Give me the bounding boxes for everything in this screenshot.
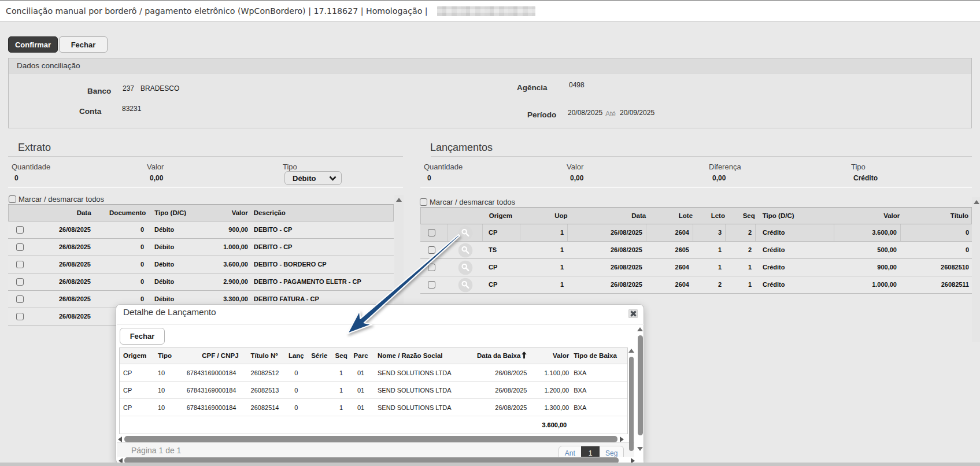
modal-table-header: OrigemTipoCPF / CNPJTítulo NºLançSérieSe… (120, 348, 627, 364)
column-header[interactable]: Valor (532, 348, 570, 364)
extrato-marcar-label: Marcar / desmarcar todos (19, 195, 104, 204)
row-checkbox[interactable] (428, 281, 435, 289)
column-header[interactable]: CPF / CNPJ (187, 348, 245, 364)
table-cell: 26/08/2025 (568, 242, 646, 258)
modal-table-vscrollbar[interactable] (628, 347, 635, 464)
modal-vscroll-thumb[interactable] (638, 335, 643, 435)
table-cell: 26082513 (245, 382, 286, 398)
row-checkbox[interactable] (16, 278, 24, 286)
column-header[interactable]: Valor (834, 208, 901, 224)
column-header[interactable]: Data (568, 208, 647, 224)
row-detail-lens-button[interactable] (458, 243, 473, 258)
lanc-select-all-checkbox[interactable] (420, 198, 427, 206)
table-row[interactable]: 26/08/20250Débito3.600,00DEBITO - BORDER… (8, 256, 394, 273)
magnifier-icon (458, 225, 473, 241)
column-header[interactable]: Nome / Razão Social (371, 348, 463, 364)
column-header[interactable]: Data (35, 205, 97, 221)
lancamentos-section-title: Lançamentos (430, 142, 493, 154)
table-cell: DEBITO - CP (250, 239, 394, 256)
table-row[interactable]: TS126/08/2025260512Crédito500,000 (420, 242, 972, 259)
modal-table-vscroll-up-icon[interactable] (628, 349, 634, 353)
table-cell: 1.300,00 (532, 399, 570, 416)
row-detail-lens-button[interactable] (458, 278, 473, 293)
extrato-select-all-checkbox[interactable] (9, 195, 16, 203)
browser-horizontal-scrollbar[interactable] (0, 463, 980, 466)
total-row-spacer-cell (351, 416, 371, 434)
table-row[interactable]: 26/08/20250Débito900,00DEBITO - CP (8, 221, 394, 239)
banco-code-value: 237 (123, 84, 134, 93)
modal-table-hscroll-thumb[interactable] (124, 436, 617, 442)
column-header[interactable]: Lcto (693, 208, 726, 224)
column-header[interactable]: Documento (97, 205, 149, 221)
column-header[interactable]: Parc (351, 348, 371, 364)
table-cell: 2604 (646, 276, 693, 293)
row-checkbox[interactable] (16, 261, 24, 268)
modal-vscrollbar[interactable] (637, 326, 644, 451)
row-checkbox[interactable] (428, 229, 435, 236)
table-cell: 26082512 (245, 364, 286, 381)
column-header[interactable]: Lote (646, 208, 693, 224)
table-cell: 0 (97, 273, 149, 290)
close-button[interactable]: Fechar (59, 36, 108, 53)
column-header[interactable]: Título Nº (245, 348, 286, 364)
column-header[interactable]: Tipo (D/C) (149, 205, 214, 221)
conta-label: Conta (79, 107, 101, 116)
table-cell: 0 (901, 224, 972, 241)
confirm-button[interactable]: Confirmar (8, 36, 58, 53)
row-checkbox[interactable] (16, 226, 24, 234)
extrato-scroll-up-icon[interactable] (396, 198, 402, 202)
modal-fechar-button[interactable]: Fechar (120, 328, 165, 345)
magnifier-icon (458, 278, 473, 293)
table-cell: 3.600,00 (834, 224, 901, 241)
row-checkbox[interactable] (16, 313, 24, 320)
column-header[interactable]: Valor (214, 205, 250, 221)
table-cell: 26/08/2025 (568, 224, 646, 241)
column-header[interactable]: Tipo (D/C) (756, 208, 834, 224)
table-cell: Débito (149, 273, 214, 290)
row-detail-lens-button[interactable] (458, 225, 473, 241)
table-row[interactable]: CP1067843169000184260825120101SEND SOLUT… (120, 364, 627, 382)
table-cell: BXA (570, 364, 627, 381)
table-row[interactable]: CP1067843169000184260825140101SEND SOLUT… (120, 399, 627, 416)
table-cell: DEBITO - BORDERO CP (250, 256, 394, 273)
column-header[interactable]: Origem (120, 348, 152, 364)
row-checkbox[interactable] (16, 243, 24, 251)
sort-asc-icon: ↑ (522, 352, 527, 358)
agencia-value: 0498 (569, 81, 585, 89)
column-header[interactable]: Uop (521, 208, 568, 224)
modal-table-hscroll-left-icon[interactable] (118, 437, 122, 442)
column-header[interactable]: Tipo de Baixa (570, 348, 627, 364)
row-checkbox[interactable] (428, 246, 435, 254)
lancamentos-scroll-up-icon[interactable] (974, 200, 979, 204)
table-row[interactable]: 26/08/20250Débito1.000,00DEBITO - CP (8, 239, 394, 256)
table-row[interactable]: CP1067843169000184260825130101SEND SOLUT… (120, 382, 627, 399)
row-checkbox[interactable] (428, 264, 435, 271)
table-cell: 0 (901, 242, 972, 258)
table-row[interactable]: 26/08/20250Débito2.900,00DEBITO - PAGAME… (8, 273, 394, 291)
column-header[interactable]: Seq (331, 348, 351, 364)
table-row[interactable]: CP126/08/2025260432Crédito3.600,000 (420, 224, 972, 242)
column-header[interactable]: Série (307, 348, 331, 364)
lancamentos-scrollbar[interactable] (972, 197, 980, 342)
table-row[interactable]: CP126/08/2025260421Crédito1.000,00260825… (420, 276, 972, 294)
column-header[interactable]: Título (900, 208, 971, 224)
modal-close-icon[interactable] (628, 309, 638, 318)
column-header[interactable]: Data da Baixa↑ (463, 348, 532, 364)
modal-table: OrigemTipoCPF / CNPJTítulo NºLançSérieSe… (119, 347, 628, 434)
table-row[interactable]: CP126/08/2025260411Crédito900,0026082510 (420, 259, 972, 276)
modal-vscroll-down-icon[interactable] (637, 447, 643, 451)
column-header[interactable]: Origem (483, 208, 521, 224)
modal-table-vscroll-thumb[interactable] (629, 357, 634, 451)
modal-table-hscroll-right-icon[interactable] (620, 437, 624, 442)
row-checkbox[interactable] (16, 295, 24, 303)
row-detail-lens-button[interactable] (458, 260, 473, 275)
table-cell: Crédito (756, 224, 834, 241)
column-header[interactable]: Tipo (152, 348, 187, 364)
table-cell: 900,00 (834, 259, 901, 276)
modal-vscroll-up-icon[interactable] (637, 327, 643, 331)
extrato-tipo-select[interactable]: Débito (284, 171, 342, 185)
column-header[interactable]: Seq (726, 208, 756, 224)
column-header[interactable]: Lanç (285, 348, 307, 364)
table-cell: 26/08/2025 (35, 221, 97, 238)
column-header[interactable]: Descrição (250, 205, 393, 221)
